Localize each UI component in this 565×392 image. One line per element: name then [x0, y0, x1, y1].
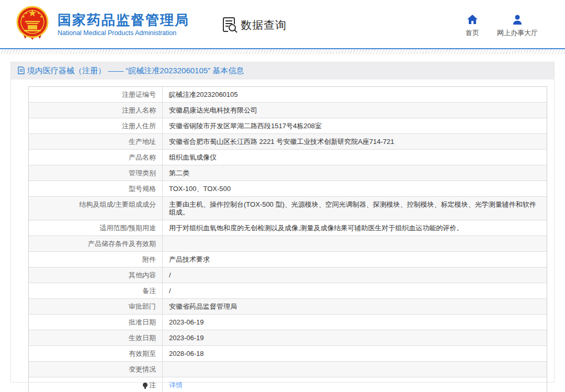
nav-label: 首页: [466, 28, 479, 38]
table-row: 产品储存条件及有效期: [29, 236, 547, 251]
info-table: 注册证编号皖械注准20232060105注册人名称安徽易康达光电科技有限公司注册…: [28, 86, 547, 392]
table-row: 生产地址安徽省合肥市蜀山区长江西路 2221 号安徽工业技术创新研究院A座714…: [29, 133, 547, 149]
row-value: 详情: [163, 377, 547, 392]
table-row: 注册人住所安徽省铜陵市开发区翠湖二路西段1517号4栋208室: [29, 118, 547, 133]
row-value: [163, 362, 547, 377]
row-label: 批准日期: [29, 315, 163, 330]
row-value: 2023-06-19: [163, 330, 547, 345]
table-row: 注册人名称安徽易康达光电科技有限公司: [29, 102, 547, 118]
row-value: 用于对组织血氧饱和度的无创检测以及成像,测量及成像结果可辅助医生对于组织血运功能…: [163, 220, 547, 236]
row-label: 注册人名称: [29, 103, 163, 118]
row-label: 附件: [29, 252, 163, 267]
header-nav: 首页 网上办事大厅: [466, 14, 538, 38]
table-row: 产品名称组织血氧成像仪: [29, 149, 547, 165]
row-label: 生效日期: [29, 330, 163, 345]
table-row: 有效期至2028-06-18: [29, 345, 547, 361]
table-row: 型号规格TOX-100、TOX-500: [29, 181, 547, 196]
panel-header: 境内医疗器械（注册） —— “皖械注准20232060105” 基本信息: [11, 62, 554, 80]
user-icon: [512, 14, 523, 25]
table-row: 适用范围/预期用途用于对组织血氧饱和度的无创检测以及成像,测量及成像结果可辅助医…: [29, 220, 547, 236]
page-header: 国家药品监督管理局 National Medical Products Admi…: [0, 0, 565, 48]
header-divider-hatch: [0, 49, 565, 54]
row-label: 生产地址: [29, 134, 163, 149]
row-value: 2023-06-19: [163, 315, 547, 330]
home-icon: [467, 14, 478, 25]
panel-title: 境内医疗器械（注册） —— “皖械注准20232060105” 基本信息: [18, 66, 244, 76]
table-row: 生效日期2023-06-19: [29, 330, 547, 345]
table-row: 管理类别第二类: [29, 165, 547, 181]
row-label: 适用范围/预期用途: [29, 220, 163, 236]
row-value: [163, 236, 547, 251]
row-value: 第二类: [163, 165, 547, 181]
row-label: 型号规格: [29, 181, 163, 196]
brand[interactable]: 国家药品监督管理局 National Medical Products Admi…: [15, 5, 189, 43]
doc-magnifier-icon: [222, 17, 238, 33]
row-label: 产品储存条件及有效期: [29, 236, 163, 251]
info-panel: 境内医疗器械（注册） —— “皖械注准20232060105” 基本信息 注册证…: [10, 62, 555, 383]
row-value: 组织血氧成像仪: [163, 150, 547, 165]
row-value: 产品技术要求: [163, 252, 547, 267]
section-label: 数据查询: [241, 18, 287, 32]
nav-item-home[interactable]: 首页: [466, 14, 479, 38]
table-row: 注详情: [29, 377, 547, 392]
table-row: 批准日期2023-06-19: [29, 314, 547, 330]
panel-title-text: 境内医疗器械（注册） —— “皖械注准20232060105” 基本信息: [27, 66, 244, 76]
row-label: 注册证编号: [29, 87, 163, 102]
row-label: 变更情况: [29, 362, 163, 377]
table-row: 附件产品技术要求: [29, 251, 547, 267]
table-row: 变更情况: [29, 361, 547, 377]
row-label: 备注: [29, 283, 163, 298]
document-icon: [18, 66, 25, 76]
table-row: 注册证编号皖械注准20232060105: [29, 87, 547, 102]
detail-link[interactable]: 详情: [169, 381, 183, 389]
nav-item-online-hall[interactable]: 网上办事大厅: [497, 14, 538, 38]
row-value: /: [163, 283, 547, 298]
row-label: 其他内容: [29, 267, 163, 283]
brand-title: 国家药品监督管理局: [58, 12, 189, 28]
row-value: /: [163, 267, 547, 283]
national-emblem-logo: [15, 5, 50, 43]
row-value: TOX-100、TOX-500: [163, 181, 547, 196]
row-label: 产品名称: [29, 150, 163, 165]
row-value: 安徽易康达光电科技有限公司: [163, 103, 547, 118]
row-label: 注册人住所: [29, 118, 163, 133]
table-row: 其他内容/: [29, 267, 547, 283]
row-label: 审批部门: [29, 299, 163, 314]
brand-subtitle: National Medical Products Administration: [58, 29, 189, 37]
row-label: 结构及组成/主要组成成分: [29, 197, 163, 220]
row-label: 有效期至: [29, 346, 163, 361]
row-value: 2028-06-18: [163, 346, 547, 361]
row-value: 皖械注准20232060105: [163, 87, 547, 102]
row-label: 管理类别: [29, 165, 163, 181]
data-query-section: 数据查询: [222, 17, 287, 33]
row-value: 安徽省铜陵市开发区翠湖二路西段1517号4栋208室: [163, 118, 547, 133]
nav-label: 网上办事大厅: [497, 28, 538, 38]
table-row: 备注/: [29, 283, 547, 298]
table-row: 审批部门安徽省药品监督管理局: [29, 298, 547, 314]
row-label: 注: [29, 377, 163, 392]
table-row: 结构及组成/主要组成成分主要由主机、操作控制台(TOX-500 型)、光源模块、…: [29, 196, 547, 220]
bulb-icon: [143, 383, 148, 387]
row-value: 安徽省药品监督管理局: [163, 299, 547, 314]
row-value: 主要由主机、操作控制台(TOX-500 型)、光源模块、空间光调制器、探测模块、…: [163, 197, 547, 220]
row-value: 安徽省合肥市蜀山区长江西路 2221 号安徽工业技术创新研究院A座714-721: [163, 134, 547, 149]
